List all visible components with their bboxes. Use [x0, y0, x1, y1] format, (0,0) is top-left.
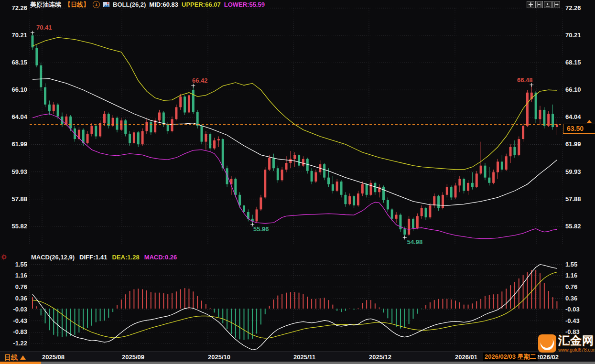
candle-body — [336, 182, 338, 191]
month-label: 2026/01 — [455, 353, 477, 361]
macd-title: MACD(26,12,9) — [31, 254, 75, 261]
boll-line — [32, 79, 557, 205]
macd-hist-bar — [138, 289, 139, 309]
boll-line — [32, 114, 557, 238]
candle-body — [167, 125, 169, 131]
macd-hist-bar — [96, 309, 97, 322]
macd-hist-bar — [197, 296, 198, 309]
horizontal-scrollbar[interactable] — [0, 362, 595, 364]
candle-body — [205, 134, 207, 142]
macd-hist-bar — [548, 291, 549, 309]
price-macd-chart[interactable]: 70.4166.4266.4855.9654.98 — [0, 0, 595, 362]
price-axis-label: 55.82 — [0, 223, 27, 230]
candle-body — [522, 126, 524, 139]
macd-hist-bar — [57, 309, 58, 336]
candle-body — [129, 134, 131, 143]
month-label: 2025/10 — [208, 353, 230, 361]
candle-body — [57, 105, 59, 117]
candle-body — [196, 112, 199, 126]
candle-body — [120, 120, 122, 129]
macd-hist-bar — [256, 309, 257, 333]
macd-hist-bar — [332, 305, 333, 309]
macd-hist-bar — [130, 291, 130, 309]
macd-hist-bar — [239, 309, 240, 339]
candle-body — [471, 183, 474, 187]
indicator-settings-icon[interactable] — [0, 254, 7, 260]
candle-body — [184, 96, 186, 112]
candle-body — [382, 187, 385, 200]
price-axis-label: 70.21 — [0, 32, 27, 39]
candle-body — [90, 126, 93, 134]
pan-right-icon[interactable] — [552, 1, 560, 8]
macd-hist-bar — [201, 300, 202, 309]
macd-hist-bar — [315, 299, 316, 309]
candle-body — [476, 173, 478, 187]
macd-axis-label: -1.22 — [0, 340, 27, 347]
candle-body — [260, 197, 262, 209]
price-annotation: 66.48 — [517, 76, 533, 84]
candle-body — [222, 139, 224, 168]
price-up-arrow-icon — [587, 120, 592, 123]
circle-plus-icon[interactable]: + — [93, 1, 100, 8]
price-axis-label: 72.26 — [565, 4, 581, 11]
candle-body — [429, 205, 431, 217]
play-forward-icon[interactable] — [544, 1, 552, 8]
candle-body — [175, 107, 177, 119]
macd-axis-label: 0.36 — [565, 295, 577, 302]
scrollbar-active-segment[interactable] — [0, 362, 41, 364]
candle-body — [268, 158, 270, 170]
macd-hist-bar — [409, 309, 410, 324]
footer-period-tab[interactable]: 日线 — [4, 353, 18, 362]
macd-hist-bar — [498, 294, 498, 309]
crosshair-icon[interactable] — [527, 1, 534, 8]
price-annotation: 55.96 — [253, 225, 269, 233]
macd-hist-bar — [400, 309, 401, 329]
macd-hist-bar — [294, 292, 295, 309]
candle-body — [95, 126, 97, 136]
macd-hist-bar — [252, 309, 253, 339]
macd-hist-bar — [535, 270, 536, 309]
time-axis-bar[interactable]: 日线 2026/02/03 星期二 2025/082025/092025/102… — [0, 351, 595, 362]
candle-body — [158, 112, 161, 120]
macd-hist-bar — [83, 309, 84, 330]
candle-body — [209, 134, 211, 149]
macd-diff-value: DIFF:1.41 — [79, 254, 108, 261]
price-annotation: 70.41 — [36, 24, 52, 31]
macd-hist-bar — [349, 309, 350, 309]
candle-body — [133, 132, 135, 143]
price-axis-label: 72.26 — [0, 4, 27, 11]
candle-body — [547, 114, 550, 126]
macd-hist-bar — [41, 309, 42, 315]
fit-width-icon[interactable] — [535, 1, 543, 8]
candle-body — [416, 216, 419, 228]
macd-hist-bar — [214, 309, 215, 312]
macd-hist-bar — [413, 309, 414, 319]
macd-hist-bar — [307, 297, 308, 309]
candle-body — [446, 187, 448, 195]
candle-body — [526, 93, 529, 126]
annotation-cross-icon — [191, 84, 195, 87]
macd-hist-bar — [404, 309, 405, 328]
macd-hist-bar — [472, 303, 473, 309]
macd-hist-bar — [155, 293, 156, 309]
macd-hist-bar — [248, 309, 249, 339]
macd-hist-bar — [459, 302, 460, 309]
candle-body — [344, 195, 346, 204]
candle-body — [467, 183, 469, 191]
period-up-triangle-icon[interactable] — [20, 355, 26, 360]
macd-hist-bar — [476, 301, 477, 309]
macd-hist-bar — [104, 309, 105, 321]
macd-hist-bar — [540, 273, 541, 309]
macd-axis-label: 1.55 — [565, 261, 577, 268]
month-label: 2025/11 — [293, 353, 315, 361]
candle-body — [497, 161, 499, 172]
period-tag[interactable]: 【日线】 — [65, 0, 89, 9]
macd-axis-label: -0.43 — [0, 317, 27, 324]
price-axis-label: 64.04 — [0, 113, 27, 120]
macd-hist-bar — [421, 309, 422, 309]
macd-hist-bar — [193, 291, 194, 309]
price-axis-label: 57.88 — [565, 195, 581, 203]
candle-body — [366, 184, 368, 195]
boll-upper-value: UPPER:66.07 — [182, 1, 221, 8]
mini-chart-icon[interactable] — [103, 2, 109, 7]
